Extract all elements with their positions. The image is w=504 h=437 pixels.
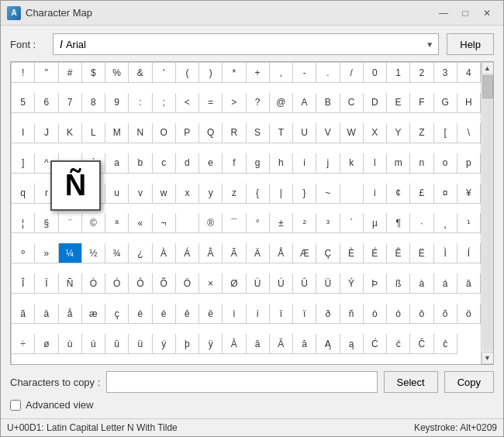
char-cell[interactable]: î — [270, 304, 293, 324]
char-cell[interactable]: i — [364, 184, 387, 204]
char-cell[interactable]: j — [316, 153, 340, 174]
char-cell[interactable]: æ — [82, 304, 105, 324]
char-cell[interactable]: Û — [293, 274, 316, 294]
char-cell[interactable]: z — [223, 184, 246, 204]
char-cell[interactable]: ¢ — [387, 184, 410, 204]
char-cell[interactable]: ü — [129, 334, 152, 354]
char-cell[interactable]: Ó — [105, 274, 129, 294]
char-cell[interactable]: Ö — [176, 274, 199, 294]
char-cell[interactable]: P — [176, 123, 199, 143]
char-cell[interactable]: ô — [410, 304, 433, 324]
char-cell[interactable]: { — [247, 184, 270, 204]
char-cell[interactable]: . — [316, 63, 340, 83]
char-cell[interactable]: ¿ — [129, 243, 152, 263]
char-cell[interactable]: r — [35, 184, 58, 204]
char-cell[interactable]: ( — [176, 63, 199, 83]
char-cell[interactable]: < — [176, 93, 199, 113]
char-cell[interactable]: ¤ — [434, 184, 457, 204]
char-cell[interactable]: I — [12, 123, 35, 143]
char-cell[interactable]: B — [316, 93, 340, 113]
char-cell[interactable]: M — [105, 123, 129, 143]
char-cell[interactable]: f — [223, 153, 246, 174]
char-cell[interactable]: » — [35, 243, 58, 263]
char-cell[interactable]: W — [340, 123, 364, 143]
char-cell[interactable]: Z — [410, 123, 433, 143]
char-cell[interactable]: ä — [35, 304, 58, 324]
char-cell[interactable]: g — [247, 153, 270, 174]
copy-button[interactable]: Copy — [444, 371, 494, 393]
char-cell[interactable]: Â — [199, 243, 223, 263]
char-cell[interactable]: ë — [199, 304, 223, 324]
char-cell[interactable]: É — [364, 243, 387, 263]
char-cell[interactable]: w — [153, 184, 176, 204]
char-cell[interactable]: Ą — [316, 334, 340, 354]
char-cell[interactable]: © — [82, 213, 105, 233]
char-cell[interactable]: ' — [153, 63, 176, 83]
char-cell[interactable]: A — [293, 93, 316, 113]
char-cell[interactable]: ¼ — [59, 243, 82, 263]
char-cell[interactable]: Í — [457, 243, 481, 263]
char-cell[interactable]: u — [105, 184, 129, 204]
char-cell[interactable]: , — [270, 63, 293, 83]
advanced-view-checkbox[interactable] — [10, 400, 21, 411]
char-cell[interactable]: J — [35, 123, 58, 143]
char-cell[interactable]: ^ — [35, 153, 58, 174]
char-cell[interactable]: Ý — [340, 274, 364, 294]
char-cell[interactable]: + — [247, 63, 270, 83]
char-cell[interactable]: Ã — [223, 243, 246, 263]
char-cell[interactable]: ÿ — [199, 334, 223, 354]
char-cell[interactable]: Ù — [247, 274, 270, 294]
char-cell[interactable]: } — [293, 184, 316, 204]
char-cell[interactable]: E — [387, 93, 410, 113]
char-cell[interactable]: ? — [247, 93, 270, 113]
char-cell[interactable]: ì — [223, 304, 246, 324]
char-cell[interactable]: b — [129, 153, 152, 174]
char-cell[interactable]: # — [59, 63, 82, 83]
char-cell[interactable]: 5 — [12, 93, 35, 113]
char-cell[interactable]: a — [105, 153, 129, 174]
char-cell[interactable]: N — [129, 123, 152, 143]
char-cell[interactable]: 9 — [105, 93, 129, 113]
char-cell[interactable]: o — [434, 153, 457, 174]
char-cell[interactable] — [176, 213, 199, 233]
char-cell[interactable]: Ç — [316, 243, 340, 263]
char-cell[interactable]: ï — [293, 304, 316, 324]
char-cell[interactable]: | — [270, 184, 293, 204]
char-cell[interactable]: ¯ — [223, 213, 246, 233]
char-cell[interactable]: Ë — [410, 243, 433, 263]
char-cell[interactable]: y — [199, 184, 223, 204]
char-cell[interactable]: ã — [12, 304, 35, 324]
char-cell[interactable]: Ñ — [59, 274, 82, 294]
char-cell[interactable]: Á — [176, 243, 199, 263]
char-cell[interactable]: ĉ — [434, 334, 457, 354]
char-cell[interactable]: « — [129, 213, 152, 233]
char-cell[interactable]: Ê — [387, 243, 410, 263]
char-cell[interactable]: ă — [293, 334, 316, 354]
char-cell[interactable]: v — [129, 184, 152, 204]
char-cell[interactable]: k — [340, 153, 364, 174]
char-cell[interactable]: ` — [82, 153, 105, 174]
help-button[interactable]: Help — [447, 33, 494, 55]
char-cell[interactable]: m — [387, 153, 410, 174]
char-cell[interactable]: ¨ — [59, 213, 82, 233]
char-cell[interactable]: [ — [434, 123, 457, 143]
scroll-up-arrow[interactable]: ▲ — [482, 62, 494, 74]
char-cell[interactable]: - — [293, 63, 316, 83]
char-cell[interactable]: 4 — [457, 63, 481, 83]
char-cell[interactable]: ¸ — [434, 213, 457, 233]
char-cell[interactable]: ú — [82, 334, 105, 354]
char-cell[interactable]: ¾ — [105, 243, 129, 263]
char-cell[interactable]: Ć — [364, 334, 387, 354]
char-cell[interactable]: Þ — [364, 274, 387, 294]
char-cell[interactable]: C — [340, 93, 364, 113]
scrollbar[interactable]: ▲ ▼ — [481, 62, 493, 364]
char-cell[interactable]: 2 — [410, 63, 433, 83]
char-cell[interactable]: ê — [176, 304, 199, 324]
char-cell[interactable]: ² — [293, 213, 316, 233]
char-cell[interactable]: õ — [434, 304, 457, 324]
char-cell[interactable]: d — [176, 153, 199, 174]
char-cell[interactable]: \ — [457, 123, 481, 143]
char-cell[interactable]: : — [129, 93, 152, 113]
char-cell[interactable]: ¬ — [153, 213, 176, 233]
char-cell[interactable]: ) — [199, 63, 223, 83]
